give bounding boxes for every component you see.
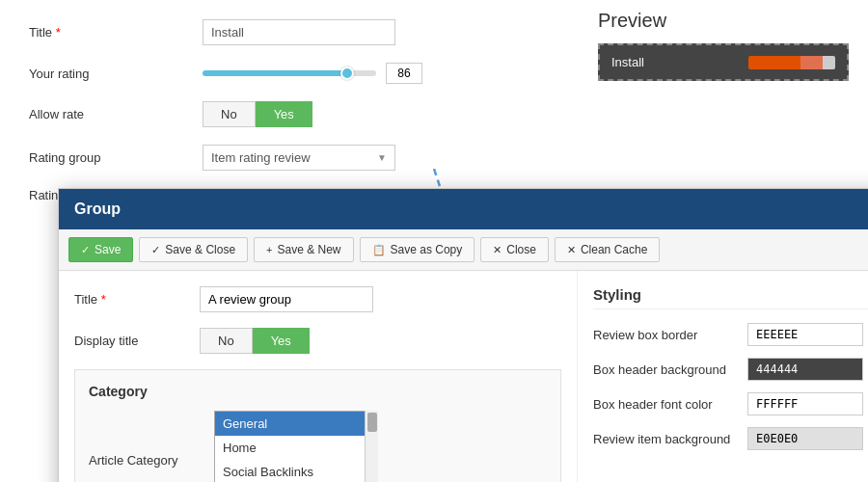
rating-slider[interactable] bbox=[203, 70, 376, 76]
article-category-dropdown-container: General Home Social Backlinks JPS Ch... bbox=[214, 411, 378, 482]
review-box-border-label: Review box border bbox=[593, 328, 747, 342]
slider-value: 86 bbox=[386, 63, 422, 84]
review-item-bg-input[interactable] bbox=[747, 427, 863, 450]
review-box-border-row: Review box border bbox=[593, 323, 868, 346]
save-icon: ✓ bbox=[81, 244, 90, 256]
modal-right-panel: Styling Review box border Box header bac… bbox=[578, 271, 868, 482]
preview-box: Install bbox=[598, 43, 849, 81]
box-header-font-row: Box header font color bbox=[593, 392, 868, 415]
your-rating-label: Your rating bbox=[29, 67, 203, 81]
allow-rate-no-button[interactable]: No bbox=[203, 101, 256, 127]
save-new-icon: + bbox=[266, 244, 272, 255]
modal-display-title-label: Display title bbox=[74, 334, 200, 348]
display-title-toggle: No Yes bbox=[200, 328, 310, 354]
clean-cache-icon: ✕ bbox=[567, 244, 576, 256]
box-header-bg-row: Box header background bbox=[593, 358, 868, 381]
save-close-icon: ✓ bbox=[151, 244, 160, 256]
save-new-button[interactable]: + Save & New bbox=[254, 237, 353, 262]
rating-group-dropdown[interactable]: Item rating review ▼ bbox=[203, 145, 395, 171]
dropdown-item-social-backlinks[interactable]: Social Backlinks bbox=[215, 460, 377, 482]
category-section: Category Article Category General Home S… bbox=[74, 369, 561, 482]
modal-display-title-row: Display title No Yes bbox=[74, 328, 561, 354]
allow-rate-toggle: No Yes bbox=[203, 101, 312, 127]
slider-container: 86 bbox=[203, 63, 422, 84]
article-category-label: Article Category bbox=[89, 453, 214, 468]
clean-cache-button[interactable]: ✕ Clean Cache bbox=[555, 237, 660, 262]
close-button[interactable]: ✕ Close bbox=[480, 237, 549, 262]
modal-left-panel: Title * Display title No Yes Category Ar… bbox=[59, 271, 578, 482]
box-header-bg-label: Box header background bbox=[593, 362, 747, 377]
article-category-row: Article Category General Home Social Bac… bbox=[89, 411, 547, 482]
allow-rate-yes-button[interactable]: Yes bbox=[256, 101, 312, 127]
save-copy-icon: 📋 bbox=[372, 244, 386, 256]
box-header-bg-input[interactable] bbox=[747, 358, 863, 381]
modal-title-input[interactable] bbox=[200, 286, 373, 312]
display-yes-button[interactable]: Yes bbox=[253, 328, 310, 354]
allow-rate-label: Allow rate bbox=[29, 107, 203, 121]
dropdown-item-home[interactable]: Home bbox=[215, 436, 377, 460]
modal-toolbar: ✓ Save ✓ Save & Close + Save & New 📋 Sav… bbox=[59, 229, 868, 271]
modal-dialog: Group ✓ Save ✓ Save & Close + Save & New… bbox=[58, 188, 868, 482]
review-box-border-input[interactable] bbox=[747, 323, 863, 346]
allow-rate-row: Allow rate No Yes bbox=[29, 101, 839, 127]
rating-group-row: Rating group Item rating review ▼ bbox=[29, 145, 839, 171]
box-header-font-label: Box header font color bbox=[593, 397, 747, 412]
dropdown-item-general[interactable]: General bbox=[215, 412, 377, 436]
preview-rating-bar bbox=[748, 56, 835, 69]
review-item-bg-row: Review item background bbox=[593, 427, 868, 450]
rating-group-label: Rating group bbox=[29, 150, 203, 165]
preview-box-label: Install bbox=[611, 55, 644, 69]
category-title: Category bbox=[89, 384, 547, 399]
save-copy-button[interactable]: 📋 Save as Copy bbox=[360, 237, 475, 262]
preview-title: Preview bbox=[598, 10, 849, 32]
dropdown-arrow-icon: ▼ bbox=[377, 152, 387, 163]
title-label: Title * bbox=[29, 25, 203, 40]
modal-title-label: Title * bbox=[74, 292, 200, 307]
display-no-button[interactable]: No bbox=[200, 328, 253, 354]
article-category-list[interactable]: General Home Social Backlinks JPS Ch... bbox=[214, 411, 378, 482]
modal-title-row: Title * bbox=[74, 286, 561, 312]
modal-body: Title * Display title No Yes Category Ar… bbox=[59, 271, 868, 482]
styling-title: Styling bbox=[593, 286, 868, 309]
dropdown-scroll-thumb bbox=[367, 413, 377, 432]
close-icon: ✕ bbox=[493, 244, 502, 256]
review-item-bg-label: Review item background bbox=[593, 432, 747, 446]
modal-header: Group bbox=[59, 189, 868, 229]
save-button[interactable]: ✓ Save bbox=[68, 237, 133, 262]
save-close-button[interactable]: ✓ Save & Close bbox=[139, 237, 248, 262]
box-header-font-input[interactable] bbox=[747, 392, 863, 415]
title-input[interactable] bbox=[203, 19, 395, 45]
preview-section: Preview Install bbox=[598, 10, 849, 81]
dropdown-scrollbar[interactable] bbox=[365, 411, 378, 482]
